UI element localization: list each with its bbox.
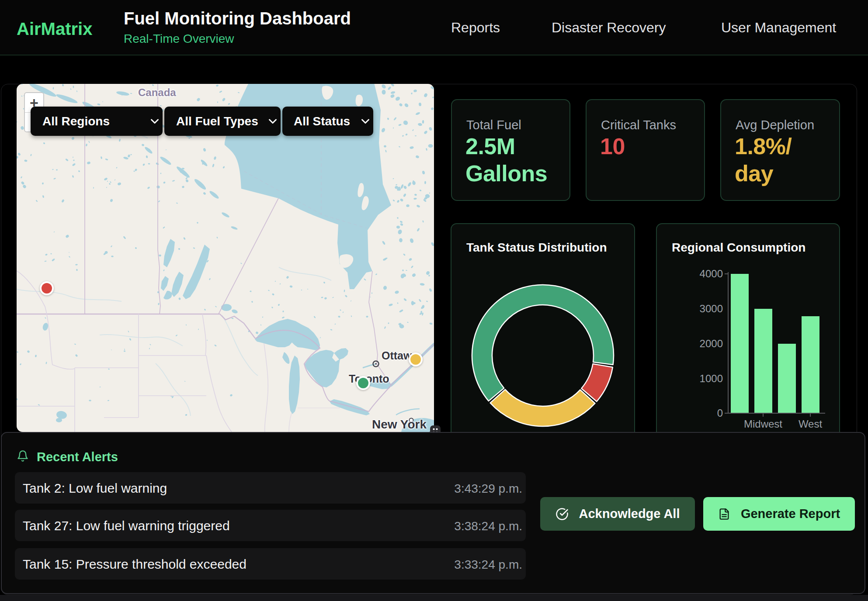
svg-text:4000: 4000 [700, 268, 723, 280]
svg-text:3000: 3000 [700, 303, 723, 314]
svg-text:Midwest: Midwest [744, 418, 782, 430]
svg-text:0: 0 [717, 407, 723, 419]
svg-text:1000: 1000 [700, 373, 723, 384]
svg-text:2000: 2000 [700, 338, 723, 349]
svg-text:West: West [799, 418, 823, 430]
